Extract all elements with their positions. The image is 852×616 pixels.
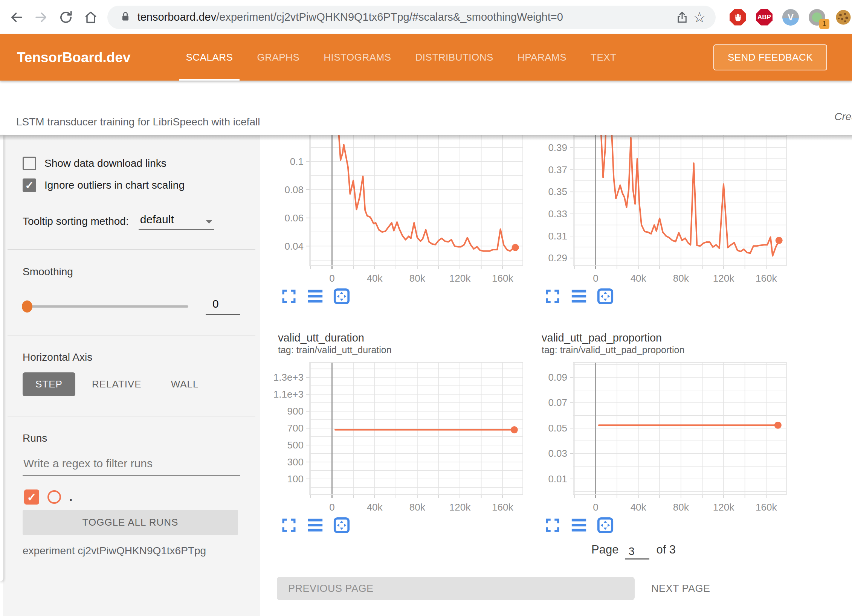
tooltip-sorting-select[interactable]: default <box>139 213 214 230</box>
chart-title: valid_utt_pad_proportion <box>527 331 791 344</box>
run-color-icon[interactable] <box>47 490 61 504</box>
chart-row-clipped: tag: train/… 0.040.060.080.1040k80k120k1… <box>260 135 852 320</box>
tab-hparams[interactable]: HPARAMS <box>505 34 579 81</box>
pager-buttons: PREVIOUS PAGE NEXT PAGE <box>277 577 852 600</box>
fullscreen-icon[interactable] <box>544 517 561 534</box>
ignore-outliers-checkbox[interactable]: ✓ <box>23 178 36 192</box>
axis-wall-button[interactable]: WALL <box>158 372 212 396</box>
svg-text:160k: 160k <box>756 502 777 513</box>
scalar-chart[interactable]: 0.010.030.050.070.09040k80k120k160k <box>527 362 791 514</box>
fullscreen-icon[interactable] <box>544 288 561 305</box>
svg-text:0.35: 0.35 <box>548 186 567 197</box>
tab-text[interactable]: TEXT <box>579 34 628 81</box>
axis-relative-button[interactable]: RELATIVE <box>79 372 154 396</box>
chart-card: valid_utt_duration tag: train/valid_utt_… <box>264 331 527 534</box>
horizontal-axis-label: Horizontal Axis <box>23 351 260 363</box>
svg-text:40k: 40k <box>631 273 647 284</box>
svg-text:0.29: 0.29 <box>548 252 567 264</box>
fit-domain-icon[interactable] <box>597 288 614 305</box>
chart-actions <box>544 288 791 305</box>
runs-list-icon[interactable] <box>307 288 324 305</box>
chart-tag: tag: train/valid_utt_pad_proportion <box>527 344 791 355</box>
tab-distributions[interactable]: DISTRIBUTIONS <box>403 34 505 81</box>
svg-text:80k: 80k <box>673 273 689 284</box>
chart-cell: valid_utt_duration tag: train/valid_utt_… <box>264 331 527 534</box>
chart-card: tag: train/… 0.290.310.330.350.370.39040… <box>527 135 791 305</box>
run-checkbox[interactable]: ✓ <box>24 489 39 505</box>
svg-text:0.03: 0.03 <box>548 448 567 459</box>
privacy-extension-icon[interactable]: 1 <box>808 9 826 26</box>
address-bar[interactable]: tensorboard.dev/experiment/cj2vtPiwQHKN9… <box>107 6 716 29</box>
smoothing-slider[interactable] <box>23 305 188 308</box>
svg-text:300: 300 <box>287 456 304 468</box>
page-total-label: of 3 <box>656 543 676 560</box>
previous-page-button[interactable]: PREVIOUS PAGE <box>277 577 635 600</box>
tab-scalars[interactable]: SCALARS <box>174 34 245 81</box>
tab-histograms[interactable]: HISTOGRAMS <box>311 34 403 81</box>
cookie-extension-icon[interactable] <box>835 9 852 26</box>
forward-icon[interactable] <box>33 9 50 26</box>
smoothing-label: Smoothing <box>23 266 260 278</box>
svg-text:0.01: 0.01 <box>548 473 567 485</box>
url-path: /experiment/cj2vtPiwQHKN9Q1tx6PTpg/#scal… <box>216 11 563 23</box>
url-text[interactable]: tensorboard.dev/experiment/cj2vtPiwQHKN9… <box>137 11 673 23</box>
fit-domain-icon[interactable] <box>597 517 614 534</box>
runs-label: Runs <box>23 432 260 444</box>
active-tab-underline <box>179 79 240 81</box>
home-icon[interactable] <box>82 9 99 26</box>
svg-text:0.33: 0.33 <box>548 208 567 220</box>
toggle-all-runs-button[interactable]: TOGGLE ALL RUNS <box>23 510 238 535</box>
fit-domain-icon[interactable] <box>333 517 350 534</box>
runs-list-icon[interactable] <box>307 517 324 534</box>
svg-text:80k: 80k <box>409 273 426 284</box>
chart-actions <box>280 517 527 534</box>
scalar-chart[interactable]: 0.040.060.080.1040k80k120k160k <box>264 135 527 285</box>
send-feedback-button[interactable]: SEND FEEDBACK <box>713 44 827 70</box>
fit-domain-icon[interactable] <box>333 288 350 305</box>
svg-text:0.05: 0.05 <box>548 422 567 434</box>
smoothing-value-input[interactable] <box>206 297 240 314</box>
page-number-field[interactable] <box>625 545 649 560</box>
svg-text:120k: 120k <box>449 502 471 513</box>
charts-main: tag: train/… 0.040.060.080.1040k80k120k1… <box>260 135 852 616</box>
smoothing-value-field[interactable] <box>206 297 240 315</box>
runs-list-icon[interactable] <box>570 517 588 534</box>
svg-text:120k: 120k <box>713 273 734 284</box>
svg-text:120k: 120k <box>449 273 471 284</box>
runs-filter-input[interactable] <box>23 457 240 475</box>
back-icon[interactable] <box>8 9 25 26</box>
scalar-chart[interactable]: 1003005007009001.1e+31.3e+3040k80k120k16… <box>264 362 527 514</box>
app-header: TensorBoard.dev SCALARS GRAPHS HISTOGRAM… <box>0 34 852 81</box>
fullscreen-icon[interactable] <box>280 288 298 305</box>
fullscreen-icon[interactable] <box>280 517 298 534</box>
smoothing-slider-handle[interactable] <box>22 300 32 313</box>
vimium-extension-icon[interactable]: V <box>782 9 799 26</box>
page: tensorboard.dev/experiment/cj2vtPiwQHKN9… <box>0 0 852 616</box>
svg-text:0.06: 0.06 <box>284 212 304 224</box>
svg-text:700: 700 <box>287 422 304 434</box>
share-icon[interactable] <box>673 9 691 26</box>
abp-extension-icon[interactable]: ABP <box>756 9 773 26</box>
svg-text:0.07: 0.07 <box>548 397 567 408</box>
axis-step-button[interactable]: STEP <box>23 372 75 396</box>
ignore-outliers-row: ✓ Ignore outliers in chart scaling <box>23 178 260 192</box>
chart-card: tag: train/… 0.040.060.080.1040k80k120k1… <box>264 135 527 305</box>
scalar-chart[interactable]: 0.290.310.330.350.370.39040k80k120k160k <box>527 135 791 285</box>
experiment-id-label: experiment cj2vtPiwQHKN9Q1tx6PTpg <box>23 545 260 557</box>
drawer-edge <box>0 135 3 581</box>
runs-filter-field <box>23 457 240 476</box>
svg-text:40k: 40k <box>367 273 383 284</box>
next-page-button[interactable]: NEXT PAGE <box>651 583 710 595</box>
chevron-down-icon <box>206 220 212 224</box>
created-text-truncated: Crea <box>834 111 852 123</box>
bookmark-star-icon[interactable]: ☆ <box>691 9 708 26</box>
svg-text:900: 900 <box>287 406 304 417</box>
svg-text:100: 100 <box>287 473 304 485</box>
runs-list-icon[interactable] <box>570 288 588 305</box>
show-download-links-checkbox[interactable] <box>23 157 36 170</box>
page-number-input[interactable] <box>625 545 649 558</box>
adblock-extension-icon[interactable] <box>729 9 747 26</box>
reload-icon[interactable] <box>58 9 74 26</box>
tab-graphs[interactable]: GRAPHS <box>245 34 311 81</box>
chart-card: valid_utt_pad_proportion tag: train/vali… <box>527 331 791 534</box>
